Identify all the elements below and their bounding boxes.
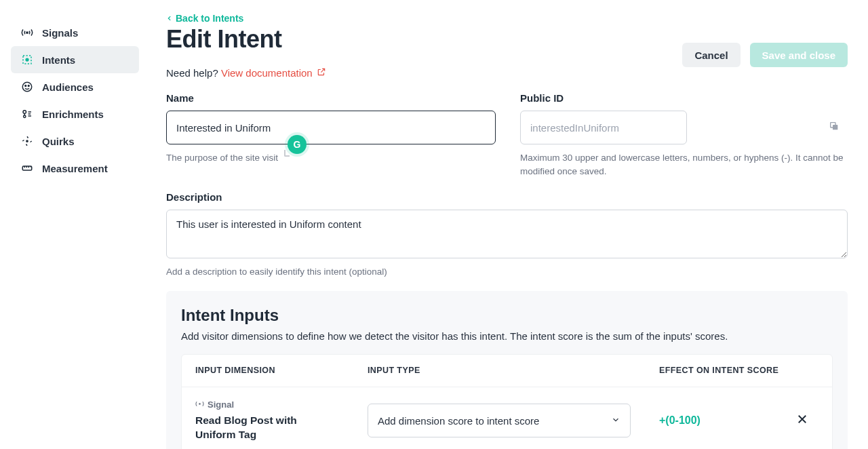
chevron-down-icon [611,415,620,427]
input-type-select[interactable]: Add dimension score to intent score [368,404,631,437]
help-prefix: Need help? [166,67,221,79]
name-label: Name [166,92,496,104]
save-and-close-button[interactable]: Save and close [750,43,848,67]
back-link[interactable]: Back to Intents [166,13,243,24]
sidebar-item-label: Enrichments [42,109,104,120]
dimension-name: Read Blog Post with Uniform Tag [195,414,331,442]
svg-point-7 [24,115,26,117]
sidebar-item-label: Audiences [42,81,94,93]
inputs-description: Add visitor dimensions to define how we … [181,330,833,342]
select-value: Add dimension score to intent score [378,415,539,427]
chevron-left-icon [166,13,173,24]
cancel-button[interactable]: Cancel [682,43,740,67]
description-label: Description [166,191,848,203]
description-hint: Add a description to easily identify thi… [166,265,848,279]
svg-point-3 [22,82,32,92]
svg-point-8 [26,140,28,142]
dimension-tag: Signal [195,399,368,410]
inputs-title: Intent Inputs [181,306,833,325]
description-textarea[interactable] [166,210,848,258]
svg-point-12 [199,403,201,404]
external-link-icon [317,67,326,79]
name-hint: The purpose of the site visit [166,151,496,165]
help-row: Need help? View documentation [166,67,848,79]
svg-point-5 [28,85,29,87]
copy-icon[interactable] [829,121,840,134]
close-icon [796,413,808,428]
sidebar-item-audiences[interactable]: Audiences [11,73,139,100]
table-row: Signal Read Blog Post with Uniform Tag A… [182,387,832,449]
dimension-tag-label: Signal [208,399,234,410]
sidebar-item-label: Quirks [42,136,75,147]
name-input[interactable] [166,111,496,144]
remove-row-button[interactable] [791,410,813,431]
sidebar-item-measurement[interactable]: Measurement [11,155,139,182]
th-type: INPUT TYPE [368,366,659,375]
svg-point-2 [26,58,28,61]
public-id-input [520,111,687,144]
svg-point-0 [26,32,28,33]
inputs-table: INPUT DIMENSION INPUT TYPE EFFECT ON INT… [181,354,833,449]
grammarly-badge[interactable]: G [288,135,307,154]
intent-inputs-panel: Intent Inputs Add visitor dimensions to … [166,291,848,449]
sidebar-item-label: Intents [42,54,75,66]
measurement-icon [20,161,34,175]
view-documentation-link[interactable]: View documentation [221,67,326,79]
main-content: Back to Intents Edit Intent Cancel Save … [147,0,868,449]
sidebar-item-enrichments[interactable]: Enrichments [11,100,139,128]
sidebar-item-intents[interactable]: Intents [11,46,139,73]
sidebar-item-quirks[interactable]: Quirks [11,128,139,155]
th-dimension: INPUT DIMENSION [195,366,368,375]
page-title: Edit Intent [166,25,281,54]
sidebar-item-label: Measurement [42,163,108,174]
signal-icon [20,26,34,39]
sidebar-item-label: Signals [42,27,78,39]
enrichment-icon [20,107,34,121]
th-effect: EFFECT ON INTENT SCORE [659,366,791,375]
header-actions: Cancel Save and close [682,43,848,67]
effect-value: +(0-100) [659,414,701,426]
help-link-label: View documentation [221,67,313,79]
intent-icon [20,53,34,66]
quirks-icon [20,134,34,148]
public-id-label: Public ID [520,92,848,104]
sidebar-item-signals[interactable]: Signals [11,19,139,46]
back-link-label: Back to Intents [176,13,243,24]
signal-icon [195,399,204,410]
svg-point-6 [23,111,26,114]
svg-point-4 [25,85,26,87]
audience-icon [20,80,34,94]
sidebar: Signals Intents Audiences Enrichments Qu… [0,0,147,449]
public-id-hint: Maximum 30 upper and lowercase letters, … [520,151,848,178]
